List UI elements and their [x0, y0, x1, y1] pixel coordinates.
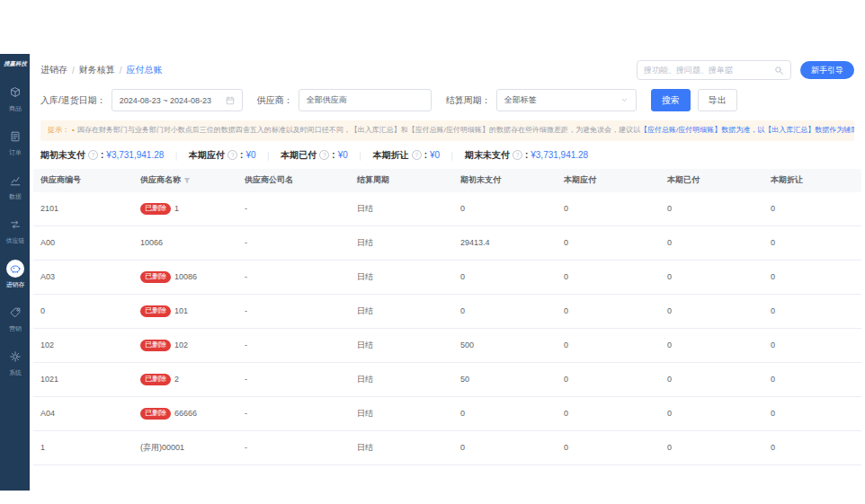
cell-cycle: 日结: [350, 442, 453, 454]
table-row[interactable]: 1021 已删除 2 - 日结 50 0 0 0: [33, 363, 861, 397]
sidebar: 搜赢科技 商品 订单 数据: [0, 54, 30, 491]
cell-payable: 0: [557, 306, 660, 315]
cell-supplier-name: 已删除 102: [133, 340, 237, 351]
cell-cycle: 日结: [350, 408, 453, 420]
deleted-badge: 已删除: [140, 340, 171, 351]
supply-chain-icon: [6, 216, 24, 234]
column-header-company: 供应商公司名: [237, 174, 350, 186]
help-icon[interactable]: ?: [513, 150, 522, 160]
sidebar-item-supply-chain[interactable]: 供应链: [0, 208, 30, 252]
column-header-supplier-id: 供应商编号: [33, 174, 133, 186]
tag-icon: [6, 304, 24, 322]
cell-payable: 0: [557, 443, 660, 452]
breadcrumb-separator: /: [120, 66, 122, 75]
cell-discount: 0: [763, 340, 861, 349]
cell-supplier-name: 已删除 66666: [133, 408, 237, 420]
cell-company: -: [237, 204, 350, 213]
summary-label: 期初未支付: [40, 149, 85, 162]
table-row[interactable]: A03 已删除 10086 - 日结 0 0 0 0: [33, 261, 861, 295]
cell-cycle: 日结: [350, 203, 453, 215]
search-input[interactable]: [644, 66, 774, 75]
table-body: 2101 已删除 1 - 日结 0 0 0 0 A00 10066 - 日结 2…: [33, 192, 861, 465]
sidebar-item-data[interactable]: 数据: [0, 164, 30, 208]
inventory-icon: [6, 260, 24, 278]
breadcrumb-separator: /: [72, 66, 75, 75]
summary-item: 本期已付?:¥0: [281, 149, 347, 162]
supplier-label: 供应商：: [257, 94, 293, 107]
sidebar-item-orders[interactable]: 订单: [0, 120, 30, 164]
notice-body: 因存在财务部门与业务部门对小数点后三位的数据四舍五入的标准以及时间口径不同，【出…: [77, 126, 640, 134]
column-header-label: 供应商公司名: [245, 174, 293, 186]
cell-supplier-name: 已删除 101: [133, 305, 237, 317]
breadcrumb-item[interactable]: 进销存: [40, 64, 67, 76]
date-range-value: 2024-08-23 ~ 2024-08-23: [120, 96, 211, 105]
summary-item: 期末未支付?:¥3,731,941.28: [465, 149, 588, 162]
table-row[interactable]: 2101 已删除 1 - 日结 0 0 0 0: [33, 192, 861, 226]
cell-company: -: [237, 238, 350, 247]
cell-cycle: 日结: [350, 271, 453, 283]
table-row[interactable]: A04 已删除 66666 - 日结 0 0 0 0: [33, 397, 861, 431]
help-icon[interactable]: ?: [88, 150, 98, 160]
breadcrumb-item[interactable]: 财务核算: [79, 64, 115, 76]
sidebar-item-inventory[interactable]: 进销存: [0, 252, 30, 296]
supplier-name-text: 102: [174, 340, 188, 349]
search-icon[interactable]: [774, 66, 784, 75]
cell-supplier-id: 102: [33, 340, 133, 349]
table-row[interactable]: 102 已删除 102 - 日结 500 0 0 0: [33, 329, 861, 363]
column-header-label: 供应商名称: [140, 174, 181, 186]
sidebar-item-products[interactable]: 商品: [0, 76, 30, 120]
cycle-select[interactable]: 全部标签: [496, 89, 637, 111]
column-header-current-discount: 本期折让: [763, 174, 861, 186]
cell-cycle: 日结: [350, 305, 453, 317]
cell-supplier-id: 2101: [33, 204, 133, 213]
cell-company: -: [237, 375, 350, 384]
summary-colon: :: [332, 150, 334, 160]
export-button[interactable]: 导出: [698, 89, 737, 111]
supplier-name-text: 2: [174, 375, 179, 384]
cell-opening: 0: [453, 272, 557, 281]
cell-supplier-id: 1: [33, 443, 133, 452]
summary-label: 本期应付: [189, 149, 225, 162]
cell-company: -: [237, 409, 350, 418]
help-icon[interactable]: ?: [412, 150, 422, 160]
cell-payable: 0: [557, 340, 660, 349]
cell-opening: 0: [453, 409, 557, 418]
cell-paid: 0: [660, 204, 763, 213]
date-range-input[interactable]: 2024-08-23 ~ 2024-08-23: [111, 89, 243, 111]
filter-bar: 入库/退货日期： 2024-08-23 ~ 2024-08-23 供应商： 全部…: [30, 84, 865, 120]
sidebar-item-label: 营销: [9, 324, 22, 332]
table-row[interactable]: 0 已删除 101 - 日结 0 0 0 0: [33, 295, 861, 329]
summary-value: ¥0: [430, 150, 440, 160]
topbar-right: 新手引导: [637, 60, 854, 80]
summary-label: 本期折让: [373, 149, 409, 162]
deleted-badge: 已删除: [140, 374, 171, 385]
supplier-value: 全部供应商: [307, 94, 347, 106]
summary-label: 期末未支付: [465, 149, 510, 162]
summary-item: 本期应付?:¥0: [189, 149, 255, 162]
help-icon[interactable]: ?: [227, 150, 237, 160]
cell-payable: 0: [557, 204, 660, 213]
cell-paid: 0: [660, 272, 763, 281]
sidebar-item-system[interactable]: 系统: [0, 340, 30, 385]
table-row[interactable]: A00 10066 - 日结 29413.4 0 0 0: [33, 226, 861, 261]
column-header-label: 本期折让: [771, 174, 803, 186]
table-row[interactable]: 1 (弃用)00001 - 日结 0 0 0 0: [33, 431, 861, 465]
cycle-value: 全部标签: [504, 94, 537, 106]
cell-payable: 0: [557, 409, 660, 418]
supplier-input[interactable]: 全部供应商: [299, 89, 432, 111]
app-window: 搜赢科技 商品 订单 数据: [0, 54, 865, 491]
filter-icon[interactable]: [183, 177, 191, 184]
cell-discount: 0: [763, 443, 861, 452]
sidebar-item-marketing[interactable]: 营销: [0, 296, 30, 340]
cell-supplier-name: (弃用)00001: [133, 442, 237, 454]
breadcrumb-item-current: 应付总账: [127, 64, 163, 76]
cell-payable: 0: [557, 272, 660, 281]
column-header-opening-unpaid: 期初未支付: [453, 174, 557, 186]
column-header-label: 供应商编号: [40, 174, 81, 186]
help-icon[interactable]: ?: [319, 150, 329, 160]
sidebar-item-label: 数据: [9, 192, 22, 200]
guide-button[interactable]: 新手引导: [800, 61, 854, 79]
search-button[interactable]: 搜索: [651, 89, 691, 111]
summary-item: 本期折让?:¥0: [373, 149, 440, 162]
sidebar-item-label: 订单: [9, 148, 22, 156]
